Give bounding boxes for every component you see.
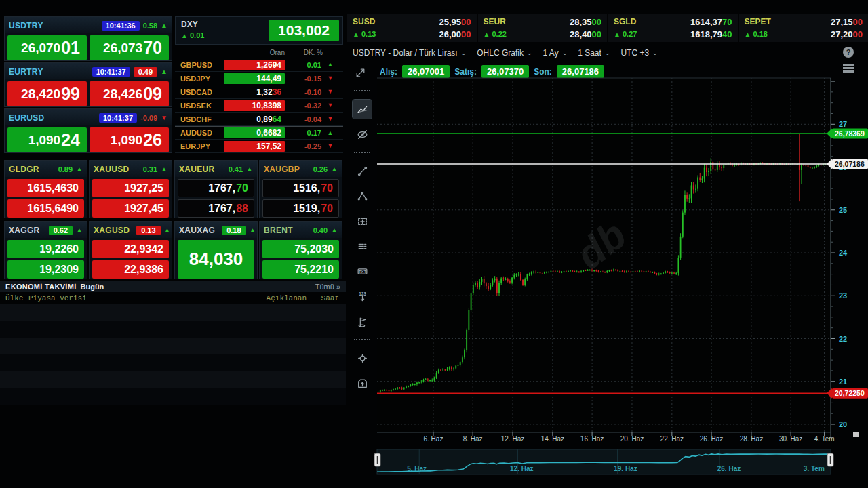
tile-symbol: XAUXAG xyxy=(179,226,215,235)
dxy-panel[interactable]: DXY ▲ 0.01 103,002 xyxy=(175,16,343,45)
ticker-ask: 28,4000 xyxy=(570,29,601,39)
bid-price[interactable]: 75,2030 xyxy=(262,240,339,258)
col-country: Ülke xyxy=(0,294,28,302)
fx-row-gbpusd[interactable]: GBPUSD1,26940.01▲ xyxy=(175,58,343,72)
tile-header: XAUUSD0.31▲ xyxy=(90,161,172,177)
up-arrow-icon: ▲ xyxy=(161,22,167,29)
calendar-column-headers: Ülke Piyasa Verisi Açıklanan Saat xyxy=(0,292,346,304)
ticker-cell-sgld[interactable]: SGLD1614,3770▲ 0.271618,7940 xyxy=(608,14,738,42)
fx-symbol: USDSEK xyxy=(175,102,224,110)
svg-text:26,07186: 26,07186 xyxy=(835,160,865,168)
ratio-value[interactable]: 84,030 xyxy=(178,240,254,279)
quote-tile-gldgr[interactable]: GLDGR0.89▲1615,46301615,6490 xyxy=(4,160,87,218)
y-tick-label: 21 xyxy=(839,378,847,386)
ask-price[interactable]: 1,09026 xyxy=(90,127,169,152)
ask-price[interactable]: 1519,70 xyxy=(262,199,339,218)
quote-tile-brent[interactable]: BRENT0.40▲75,203075,2210 xyxy=(259,221,342,279)
quote-tile-xaueur[interactable]: XAUEUR0.41▲1767,701767,88 xyxy=(174,160,258,218)
col-announced: Açıklanan xyxy=(245,294,307,302)
quote-tile-eurtry[interactable]: EURTRY10:41:370.49▲28,4209928,42609 xyxy=(4,62,172,107)
down-arrow-icon: ▼ xyxy=(161,115,167,121)
ticker-symbol: SEUR xyxy=(484,17,506,26)
quote-tile-xauusd[interactable]: XAUUSD0.31▲1927,251927,45 xyxy=(89,160,172,218)
price-tag: 20,72250 xyxy=(827,388,868,399)
ticker-cell-sepet[interactable]: SEPET27,1500▲ 0.1827,2000 xyxy=(739,14,868,42)
down-arrow-icon: ▼ xyxy=(321,116,339,122)
up-arrow-icon: ▲ xyxy=(246,166,253,173)
up-arrow-icon: ▲ xyxy=(353,30,359,38)
tile-header: USDTRY10:41:360.58▲ xyxy=(5,17,172,33)
fx-change-pct: -0.15 xyxy=(285,75,321,83)
ask-price[interactable]: 1927,45 xyxy=(92,199,169,218)
svg-text:20,72250: 20,72250 xyxy=(835,389,865,397)
ticker-cell-seur[interactable]: SEUR28,3500▲ 0.2228,4000 xyxy=(478,14,608,42)
quote-tile-xagusd[interactable]: XAGUSD0.13▲22,934222,9386 xyxy=(89,221,172,279)
y-tick-label: 24 xyxy=(839,249,848,257)
bid-price[interactable]: 26,07001 xyxy=(7,35,87,60)
ask-price[interactable]: 26,07370 xyxy=(90,35,169,60)
ask-price[interactable]: 1615,6490 xyxy=(7,199,84,218)
y-tick-label: 23 xyxy=(839,291,847,300)
change-percent: 0.26 xyxy=(313,165,328,174)
fx-change-pct: -0.25 xyxy=(285,142,321,150)
bid-price[interactable]: 1767,70 xyxy=(178,179,254,197)
change-percent: 0.62 xyxy=(49,226,73,235)
col-market-data: Piyasa Verisi xyxy=(28,294,245,302)
fx-symbol: USDCAD xyxy=(175,88,224,96)
ask-price[interactable]: 28,42609 xyxy=(90,81,169,106)
quote-tile-xauxag[interactable]: XAUXAG0.18▲84,030 xyxy=(174,221,258,279)
change-percent: -0.09 xyxy=(140,114,157,122)
tile-header: XAGGR0.62▲ xyxy=(5,222,87,238)
tile-symbol: XAUUSD xyxy=(94,165,129,174)
calendar-row xyxy=(0,321,346,338)
bid-price[interactable]: 1615,4630 xyxy=(7,179,84,197)
fx-row-usdcad[interactable]: USDCAD1,3236-0.10▼ xyxy=(175,85,343,99)
tile-header: EURUSD10:41:37-0.09▼ xyxy=(5,109,172,125)
quote-tile-usdtry[interactable]: USDTRY10:41:360.58▲26,0700126,07370 xyxy=(4,16,172,61)
ticker-bid: 25,9500 xyxy=(439,17,471,27)
fx-symbol: GBPUSD xyxy=(175,61,224,69)
nav-left-handle[interactable] xyxy=(374,453,380,466)
ask-price[interactable]: 1767,88 xyxy=(178,199,254,218)
ask-price[interactable]: 22,9386 xyxy=(92,260,169,279)
bid-price[interactable]: 1516,70 xyxy=(262,179,339,197)
fx-row-audusd[interactable]: AUDUSD0,66820.17▲ xyxy=(175,126,343,140)
change-percent: 0.31 xyxy=(143,165,157,174)
scroll-end-button[interactable] xyxy=(853,432,859,437)
price-tag: 26,78369 xyxy=(827,128,868,138)
change-percent: 0.13 xyxy=(136,226,160,235)
col-change-pct: DK. % xyxy=(285,49,323,56)
tile-header: EURTRY10:41:370.49▲ xyxy=(5,63,172,79)
ticker-change: ▲ 0.27 xyxy=(614,30,637,38)
calendar-all-link[interactable]: Tümü » xyxy=(315,283,340,291)
fx-row-usdchf[interactable]: USDCHF0,8964-0.04▼ xyxy=(175,113,343,126)
navigator[interactable] xyxy=(377,449,831,474)
bid-price[interactable]: 28,42099 xyxy=(7,81,87,106)
x-tick-label: 16. Haz xyxy=(580,435,604,443)
price-chart[interactable]: db20212223242526276. Haz8. Haz12. Haz14.… xyxy=(347,41,868,488)
calendar-row xyxy=(0,388,346,405)
quote-tile-eurusd[interactable]: EURUSD10:41:37-0.09▼1,090241,09026 xyxy=(4,108,172,153)
nav-right-handle[interactable] xyxy=(827,453,833,466)
ticker-ask: 26,0000 xyxy=(439,29,471,39)
navigator-date-label: 26. Haz xyxy=(717,465,741,472)
tile-header: XAUGBP0.26▲ xyxy=(260,161,342,177)
quote-tile-xaugbp[interactable]: XAUGBP0.26▲1516,701519,70 xyxy=(259,160,342,218)
bid-price[interactable]: 1927,25 xyxy=(92,179,169,197)
down-arrow-icon: ▼ xyxy=(321,89,339,95)
ask-price[interactable]: 75,2210 xyxy=(262,260,339,279)
fx-row-usdjpy[interactable]: USDJPY144,49-0.15▼ xyxy=(175,72,343,85)
navigator-date-label: 3. Tem xyxy=(804,465,825,472)
fx-change-pct: 0.01 xyxy=(285,61,321,69)
fx-row-eurjpy[interactable]: EURJPY157,52-0.25▼ xyxy=(175,140,343,153)
bid-price[interactable]: 22,9342 xyxy=(92,240,169,258)
bid-price[interactable]: 1,09024 xyxy=(7,127,87,152)
quote-tile-xaggr[interactable]: XAGGR0.62▲19,226019,2309 xyxy=(4,221,87,279)
ticker-cell-susd[interactable]: SUSD25,9500▲ 0.1326,0000 xyxy=(347,14,477,42)
navigator-date-label: 19. Haz xyxy=(614,465,637,472)
fx-symbol: USDJPY xyxy=(175,75,224,83)
bid-price[interactable]: 19,2260 xyxy=(7,240,84,258)
ask-price[interactable]: 19,2309 xyxy=(7,260,84,279)
fx-row-usdsek[interactable]: USDSEK10,8398-0.32▼ xyxy=(175,99,343,113)
ticker-change: ▲ 0.22 xyxy=(484,30,507,38)
